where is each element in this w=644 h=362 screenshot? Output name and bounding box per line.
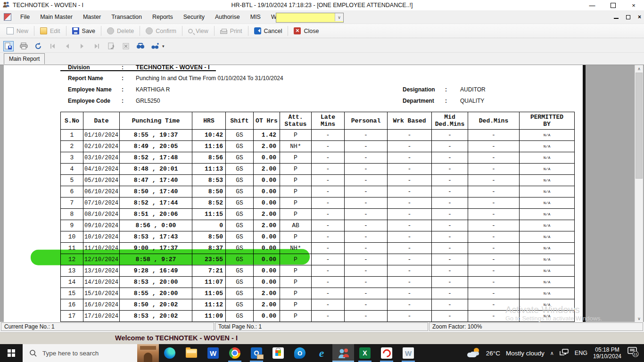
search-rewards-image[interactable]	[137, 344, 159, 362]
table-cell: -	[432, 220, 468, 231]
new-button[interactable]: New	[2, 25, 33, 36]
start-button[interactable]	[0, 344, 23, 362]
table-row: 909/10/20248:56 , 0:000GS2.00AB-----N/A	[61, 220, 575, 231]
table-cell: 0.00	[254, 152, 280, 164]
zoom-dropdown-caret-icon[interactable]: ▾	[162, 44, 165, 49]
mdi-minimize-button[interactable]	[614, 15, 619, 19]
taskbar-search[interactable]	[23, 344, 159, 362]
weather-condition[interactable]: Mostly cloudy	[506, 350, 545, 357]
mdi-restore-button[interactable]	[626, 15, 630, 19]
delete-icon	[107, 27, 114, 34]
export-icon[interactable]	[3, 41, 14, 51]
menu-item-file[interactable]: File	[15, 14, 35, 20]
language-indicator[interactable]: ENG	[575, 350, 587, 356]
taskbar-app-microsoft-store[interactable]	[267, 344, 289, 362]
report-vertical-scrollbar[interactable]: ∧ ∨	[635, 65, 643, 322]
menu-item-reports[interactable]: Reports	[147, 14, 178, 20]
minimize-button[interactable]: —	[582, 0, 603, 10]
window-title: TECHNOTEK - WOVEN - I	[13, 2, 83, 8]
last-page-icon[interactable]	[92, 41, 101, 51]
delete-button[interactable]: Delete	[102, 25, 139, 36]
zoom-icon[interactable]	[150, 41, 160, 51]
tab-main-report[interactable]: Main Report	[4, 53, 45, 64]
table-cell: -	[388, 288, 432, 299]
taskbar-app-outlook-new[interactable]	[289, 344, 311, 362]
quick-search-combobox[interactable]: ∨	[276, 13, 344, 23]
table-cell: P	[280, 186, 312, 197]
taskbar-app-word[interactable]	[202, 344, 224, 362]
menu-item-authorise[interactable]: Authorise	[210, 14, 245, 20]
edit-button[interactable]: Edit	[35, 25, 65, 36]
next-page-icon[interactable]	[77, 41, 87, 51]
find-icon[interactable]	[136, 41, 145, 51]
first-page-icon[interactable]	[48, 41, 58, 51]
print-icon[interactable]	[19, 41, 28, 51]
scroll-down-icon[interactable]: ∨	[635, 315, 643, 322]
column-header: Wrk Based	[388, 112, 432, 130]
table-cell: P	[280, 311, 312, 322]
refresh-icon[interactable]	[33, 41, 43, 51]
menu-item-security[interactable]: Security	[178, 14, 210, 20]
chevron-down-icon[interactable]: ∨	[335, 13, 343, 21]
table-cell: GS	[226, 288, 254, 299]
restore-button[interactable]	[603, 0, 623, 10]
taskbar-app-edge[interactable]	[159, 344, 181, 362]
svg-text:11: 11	[634, 352, 638, 356]
search-input[interactable]	[41, 349, 124, 357]
taskbar-app-hr-people-app[interactable]	[332, 344, 354, 362]
menu-item-transaction[interactable]: Transaction	[106, 14, 147, 20]
network-icon[interactable]	[560, 348, 569, 358]
scroll-up-icon[interactable]: ∧	[635, 65, 643, 73]
table-cell: GS	[226, 311, 254, 322]
table-cell: -	[312, 186, 345, 197]
woven-app-icon	[403, 347, 414, 359]
taskbar-app-acrobat[interactable]	[376, 344, 397, 362]
table-cell: 8:56 , 0:00	[120, 220, 192, 231]
taskbar-app-outlook-classic[interactable]	[246, 344, 267, 362]
table-row: 606/10/20248:50 , 17:408:50GS0.00P-----N…	[61, 186, 575, 197]
view-button[interactable]: View	[183, 26, 213, 36]
close-button[interactable]: Close	[289, 25, 323, 36]
table-cell: 11:05	[192, 288, 226, 299]
table-header-row: S.NoDatePunching TimeHRSShiftOT HrsAtt.S…	[61, 112, 575, 130]
close-button[interactable]: ×	[623, 0, 644, 10]
taskbar-app-internet-explorer[interactable]	[311, 344, 332, 362]
notification-center-icon[interactable]: 11	[627, 346, 639, 360]
scrollbar-thumb[interactable]	[636, 73, 643, 179]
table-cell: -	[432, 209, 468, 220]
clock[interactable]: 05:18 PM 19/10/2024	[593, 346, 621, 360]
taskbar-app-file-explorer[interactable]	[181, 344, 202, 362]
column-header: OT Hrs	[254, 112, 280, 130]
tray-chevron-up-icon[interactable]: ∧	[550, 350, 554, 356]
table-cell: -	[468, 220, 520, 231]
field-colon: :	[445, 86, 460, 93]
table-cell: 8:50	[192, 231, 226, 243]
table-cell: 0.00	[254, 254, 280, 265]
quick-search-value[interactable]	[276, 13, 335, 22]
weather-temp[interactable]: 26°C	[486, 350, 500, 357]
clock-time: 05:18 PM	[595, 346, 619, 353]
table-cell: P	[280, 299, 312, 311]
table-cell: -	[345, 311, 388, 322]
taskbar-app-excel[interactable]	[354, 344, 376, 362]
save-button[interactable]: Save	[67, 25, 100, 36]
weather-icon[interactable]	[467, 348, 480, 358]
word-icon	[207, 347, 219, 359]
taskbar-app-woven-app[interactable]	[397, 344, 419, 362]
column-header: Personal	[345, 112, 388, 130]
menu-item-mis[interactable]: MIS	[245, 14, 266, 20]
goto-page-icon[interactable]	[107, 41, 116, 51]
cancel-report-icon[interactable]	[121, 41, 131, 51]
prev-page-icon[interactable]	[63, 41, 72, 51]
table-row: 1515/10/20248:55 , 20:0011:05GS2.00P----…	[61, 288, 575, 299]
table-cell: N/A	[520, 186, 575, 197]
menu-item-main-master[interactable]: Main Master	[35, 14, 78, 20]
print-button[interactable]: Print	[215, 26, 247, 36]
menu-item-master[interactable]: Master	[78, 14, 106, 20]
mdi-close-button[interactable]: ×	[638, 14, 641, 20]
table-cell: 8	[61, 209, 83, 220]
taskbar-app-chrome[interactable]	[224, 344, 246, 362]
cancel-button[interactable]: Cancel	[249, 25, 287, 36]
confirm-button[interactable]: Confirm	[141, 25, 181, 36]
table-cell: -	[432, 299, 468, 311]
